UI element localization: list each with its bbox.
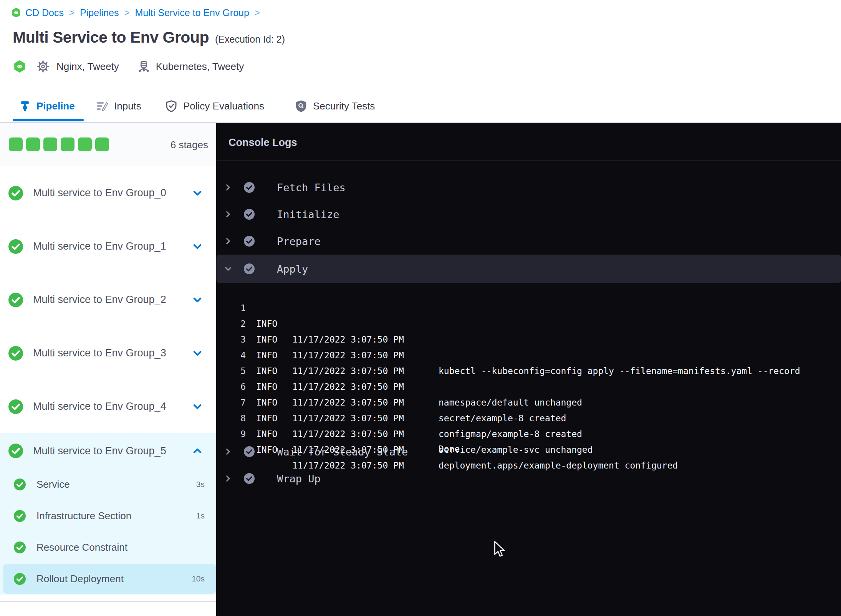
success-check-icon xyxy=(8,186,23,200)
tab-policy-label: Policy Evaluations xyxy=(183,100,264,112)
stage-label: Multi service to Env Group_0 xyxy=(33,187,180,199)
execution-meta-row: Nginx, Tweety Kubernetes, Tweety xyxy=(14,58,244,75)
log-line: 1 INFO 11/17/2022 3:07:50 PM xyxy=(216,285,841,300)
breadcrumb-link-pipeline-name[interactable]: Multi Service to Env Group xyxy=(135,7,249,18)
tab-pipeline-label: Pipeline xyxy=(36,100,75,112)
chevron-up-icon[interactable] xyxy=(192,445,203,456)
stage-row-4[interactable]: Multi service to Env Group_4 xyxy=(0,380,216,434)
stage-status-square xyxy=(9,137,23,151)
log-line: 4 INFO 11/17/2022 3:07:50 PM namespace/d… xyxy=(216,332,841,348)
gear-icon xyxy=(37,60,49,73)
stages-sidebar: 6 stages Multi service to Env Group_0 Mu… xyxy=(0,123,216,616)
step-success-icon xyxy=(244,263,255,274)
log-line: 8 INFO 11/17/2022 3:07:50 PM deployment.… xyxy=(216,395,841,411)
page-title-row: Multi Service to Env Group (Execution Id… xyxy=(13,28,285,46)
step-label: Service xyxy=(36,479,70,490)
log-section-wrap-up[interactable]: Wrap Up xyxy=(216,470,841,487)
log-section-label: Wrap Up xyxy=(277,473,321,485)
breadcrumb: CD Docs > Pipelines > Multi Service to E… xyxy=(12,5,261,20)
stage-row-3[interactable]: Multi service to Env Group_3 xyxy=(0,326,216,380)
log-section-apply[interactable]: Apply xyxy=(216,260,841,277)
step-label: Infrastructure Section xyxy=(36,510,131,522)
step-label: Rollout Deployment xyxy=(36,573,124,585)
breadcrumb-link-project[interactable]: CD Docs xyxy=(25,7,64,18)
console-logs-panel: Console Logs Fetch Files Initialize Prep… xyxy=(216,123,841,616)
stage-label: Multi service to Env Group_3 xyxy=(33,347,180,359)
step-row-service[interactable]: Service 3s xyxy=(0,469,216,500)
log-line: 3 INFO 11/17/2022 3:07:50 PM xyxy=(216,316,841,332)
tab-pipeline[interactable]: Pipeline xyxy=(19,92,75,120)
tab-policy-evaluations[interactable]: Policy Evaluations xyxy=(165,92,264,120)
chevron-down-icon[interactable] xyxy=(192,401,203,412)
step-row-rollout-deployment[interactable]: Rollout Deployment 10s xyxy=(0,563,216,594)
tab-bar: Pipeline Inputs Policy Evaluations Secur… xyxy=(0,92,841,123)
stage-label: Multi service to Env Group_2 xyxy=(33,294,180,306)
chevron-right-icon[interactable] xyxy=(224,237,232,245)
stage-status-square xyxy=(95,137,109,151)
step-duration: 3s xyxy=(196,480,205,489)
breadcrumb-link-pipelines[interactable]: Pipelines xyxy=(80,7,119,18)
log-line: 7 INFO 11/17/2022 3:07:50 PM service/exa… xyxy=(216,379,841,395)
log-line: 2 INFO 11/17/2022 3:07:50 PM kubectl --k… xyxy=(216,300,841,316)
stage-row-5-expanded: Multi service to Env Group_5 Service 3s … xyxy=(0,433,216,594)
log-section-label: Fetch Files xyxy=(277,182,346,194)
environment-icon xyxy=(138,61,150,73)
tab-security-tests[interactable]: Security Tests xyxy=(295,92,375,120)
chevron-down-icon[interactable] xyxy=(192,348,203,359)
harness-logo-icon xyxy=(14,60,25,73)
log-section-label: Apply xyxy=(277,263,308,275)
tab-security-label: Security Tests xyxy=(313,100,375,112)
chevron-down-icon[interactable] xyxy=(192,295,203,305)
sidebar-bottom-divider xyxy=(0,601,216,602)
step-row-infrastructure[interactable]: Infrastructure Section 1s xyxy=(0,500,216,532)
services-label: Nginx, Tweety xyxy=(56,61,119,73)
chevron-down-icon[interactable] xyxy=(192,241,203,252)
chevron-right-icon[interactable] xyxy=(224,183,232,192)
log-section-prepare[interactable]: Prepare xyxy=(216,233,841,250)
chevron-right-icon[interactable] xyxy=(224,447,232,456)
log-section-fetch-files[interactable]: Fetch Files xyxy=(216,179,841,196)
active-tab-underline xyxy=(13,119,84,121)
step-success-icon xyxy=(244,209,255,220)
shield-scan-icon xyxy=(295,100,307,112)
inputs-icon xyxy=(96,100,108,112)
step-success-icon xyxy=(244,446,255,457)
step-label: Resource Constraint xyxy=(36,541,127,553)
stage-row-0[interactable]: Multi service to Env Group_0 xyxy=(0,166,216,220)
stage-status-square xyxy=(78,137,92,151)
stage-label: Multi service to Env Group_5 xyxy=(33,445,180,457)
log-section-wait-for-steady-state[interactable]: Wait for Steady State xyxy=(216,443,841,460)
log-line-done: Done. xyxy=(216,426,841,441)
stage-count-label: 6 stages xyxy=(171,139,208,151)
success-check-icon xyxy=(8,346,23,361)
console-header-divider xyxy=(216,161,841,161)
log-line: 9 INFO 11/17/2022 3:07:50 PM xyxy=(216,411,841,426)
chevron-down-icon[interactable] xyxy=(224,265,232,273)
execution-id: (Execution Id: 2) xyxy=(215,34,285,45)
step-row-resource-constraint[interactable]: Resource Constraint xyxy=(0,532,216,563)
stage-status-squares xyxy=(9,137,109,151)
chevron-down-icon[interactable] xyxy=(192,188,203,199)
step-success-icon xyxy=(244,473,255,484)
stage-row-2[interactable]: Multi service to Env Group_2 xyxy=(0,273,216,327)
chevron-right-icon[interactable] xyxy=(224,474,232,483)
console-logs-title: Console Logs xyxy=(228,137,297,149)
chevron-right-icon[interactable] xyxy=(224,210,232,219)
log-section-initialize[interactable]: Initialize xyxy=(216,206,841,223)
success-check-icon xyxy=(8,239,23,254)
harness-logo-icon xyxy=(12,8,21,17)
breadcrumb-separator: > xyxy=(123,7,130,18)
stage-status-square xyxy=(61,137,74,151)
step-duration: 1s xyxy=(196,511,205,520)
tab-inputs[interactable]: Inputs xyxy=(96,92,141,120)
stage-row-5-header[interactable]: Multi service to Env Group_5 xyxy=(0,433,216,469)
success-check-icon xyxy=(8,444,23,458)
success-check-icon xyxy=(14,510,26,522)
stage-status-square xyxy=(43,137,57,151)
breadcrumb-separator: > xyxy=(68,7,75,18)
success-check-icon xyxy=(14,541,26,553)
stage-row-1[interactable]: Multi service to Env Group_1 xyxy=(0,220,216,273)
breadcrumb-separator: > xyxy=(254,7,261,18)
pipeline-icon xyxy=(19,100,31,112)
log-line: 5 INFO 11/17/2022 3:07:50 PM secret/exam… xyxy=(216,348,841,363)
